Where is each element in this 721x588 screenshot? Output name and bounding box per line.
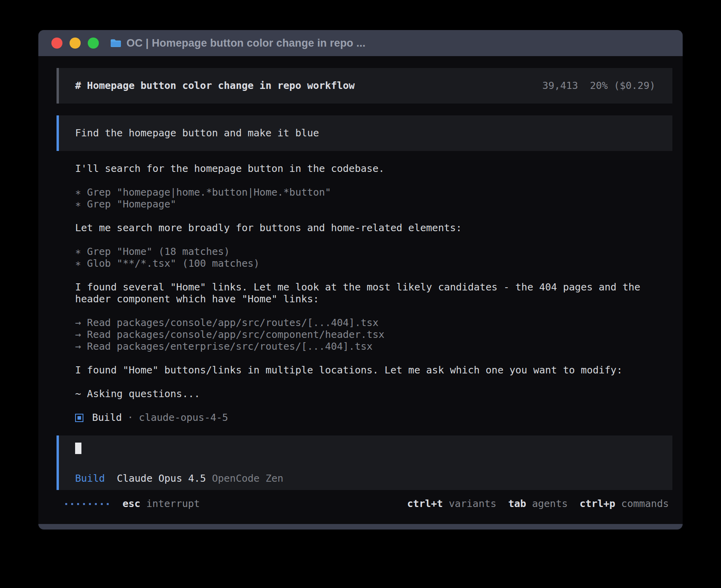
assistant-text-line: I found "Home" buttons/links in multiple… (75, 364, 683, 376)
badge-separator: · (127, 412, 133, 424)
blank-line (75, 175, 683, 187)
tool-call-line: → Read packages/enterprise/src/routes/[.… (75, 341, 683, 352)
ctrl-t-key-label: variants (449, 498, 496, 509)
blank-line (75, 305, 683, 317)
ctrl-p-key-label: commands (621, 498, 669, 509)
token-count: 39,413 (542, 80, 578, 91)
spinner-dot (95, 503, 97, 505)
status-right: ctrl+tvariants tabagents ctrl+pcommands (407, 498, 669, 510)
titlebar: OC | Homepage button color change in rep… (38, 30, 683, 56)
assistant-text-line: I'll search for the homepage button in t… (75, 163, 683, 175)
context-usage: 20% ($0.29) (590, 80, 655, 91)
spinner-dot (71, 503, 73, 505)
shortcut-agents: tabagents (508, 498, 568, 510)
tab-key-label: agents (532, 498, 568, 509)
spinner-dot (89, 503, 91, 505)
session-title: # Homepage button color change in repo w… (75, 80, 355, 92)
shortcut-variants: ctrl+tvariants (407, 498, 496, 510)
spinner-dot (83, 503, 85, 505)
tool-call-line: ∗ Grep "homepage|home.*button|Home.*butt… (75, 187, 683, 198)
spinner-dot (77, 503, 79, 505)
spinner-dot (65, 503, 67, 505)
agent-name: Build (92, 412, 122, 424)
assistant-text-line: ~ Asking questions... (75, 388, 683, 400)
assistant-text-line: I found several "Home" links. Let me loo… (75, 281, 683, 293)
agent-badge: Build · claude-opus-4-5 (75, 412, 683, 424)
terminal-window: OC | Homepage button color change in rep… (38, 30, 683, 530)
spinner-dot (107, 503, 109, 505)
input-footer: Build Claude Opus 4.5 OpenCode Zen (75, 473, 283, 484)
window-bottom-edge (38, 524, 683, 530)
status-bar: esc interrupt ctrl+tvariants tabagents c… (38, 498, 683, 510)
user-message: Find the homepage button and make it blu… (57, 115, 672, 151)
blank-line (75, 210, 683, 222)
zoom-button[interactable] (88, 38, 99, 49)
input-provider-label: OpenCode Zen (212, 473, 283, 484)
blank-line (75, 270, 683, 281)
close-button[interactable] (51, 38, 62, 49)
spinner-dot (101, 503, 103, 505)
session-stats: 39,41320% ($0.29) (542, 80, 655, 92)
tool-call-line: ∗ Grep "Home" (18 matches) (75, 246, 683, 258)
agent-build-icon (75, 414, 83, 422)
shortcut-commands: ctrl+pcommands (579, 498, 669, 510)
tool-call-line: ∗ Glob "**/*.tsx" (100 matches) (75, 258, 683, 270)
input-agent-label[interactable]: Build (75, 473, 105, 484)
activity-spinner-dots (65, 503, 109, 505)
status-left: esc interrupt (65, 498, 200, 510)
user-message-text: Find the homepage button and make it blu… (75, 127, 319, 139)
input-model-label[interactable]: Claude Opus 4.5 (117, 473, 206, 484)
terminal-content: # Homepage button color change in repo w… (38, 56, 683, 524)
tool-call-line: → Read packages/console/app/src/componen… (75, 329, 683, 341)
ctrl-p-key-hint: ctrl+p (579, 498, 615, 509)
tool-call-line: → Read packages/console/app/src/routes/[… (75, 317, 683, 329)
tab-key-hint: tab (508, 498, 526, 509)
window-title: OC | Homepage button color change in rep… (126, 37, 366, 49)
tool-call-line: ∗ Grep "Homepage" (75, 198, 683, 210)
session-header: # Homepage button color change in repo w… (57, 68, 672, 104)
blank-line (75, 234, 683, 246)
assistant-text-line: header component which have "Home" links… (75, 293, 683, 305)
folder-icon (110, 38, 122, 48)
prompt-input[interactable]: Build Claude Opus 4.5 OpenCode Zen (57, 435, 672, 490)
blank-line (75, 400, 683, 412)
blank-line (75, 376, 683, 388)
ctrl-t-key-hint: ctrl+t (407, 498, 443, 509)
blank-line (75, 352, 683, 364)
text-cursor (75, 443, 81, 454)
minimize-button[interactable] (70, 38, 81, 49)
badge-model: claude-opus-4-5 (139, 412, 228, 424)
esc-key-label: interrupt (146, 498, 200, 510)
assistant-text-line: Let me search more broadly for buttons a… (75, 222, 683, 234)
traffic-lights (51, 38, 99, 49)
esc-key-hint: esc (123, 498, 140, 510)
